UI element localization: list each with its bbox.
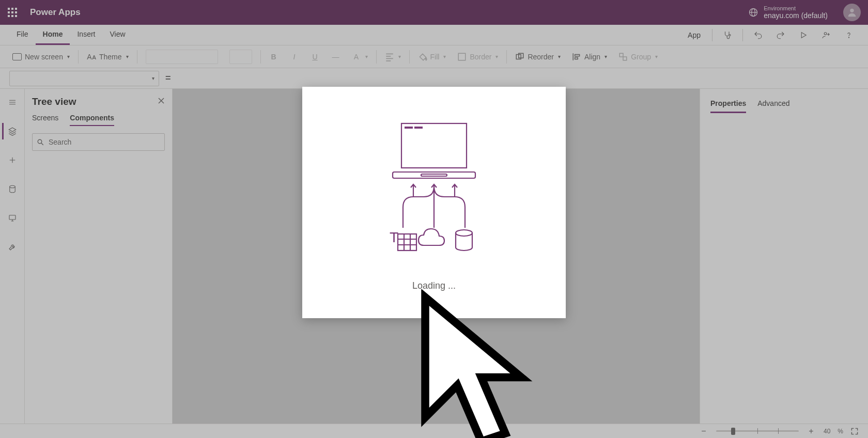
svg-rect-14 bbox=[401, 123, 467, 168]
loading-illustration: T bbox=[372, 114, 496, 274]
svg-rect-20 bbox=[398, 234, 416, 251]
svg-rect-15 bbox=[405, 127, 413, 129]
cursor-icon bbox=[411, 289, 535, 438]
loading-modal: T Loading ... bbox=[302, 87, 566, 318]
svg-rect-17 bbox=[393, 172, 475, 178]
loading-text: Loading ... bbox=[412, 280, 456, 291]
modal-overlay: T Loading ... bbox=[0, 0, 868, 438]
svg-rect-16 bbox=[414, 127, 423, 129]
svg-rect-18 bbox=[421, 174, 447, 176]
svg-point-21 bbox=[456, 230, 472, 236]
svg-text:T: T bbox=[390, 229, 398, 245]
